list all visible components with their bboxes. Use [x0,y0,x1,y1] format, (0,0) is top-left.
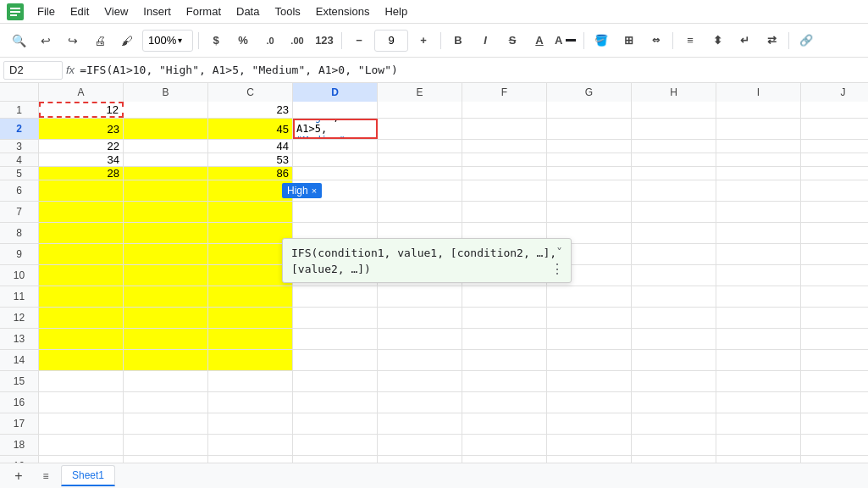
cell-j8[interactable] [801,223,868,243]
cell-i10[interactable] [716,265,801,286]
cell-d1[interactable] [293,102,378,118]
cell-b5[interactable] [124,167,208,180]
cell-name-tag-close[interactable]: × [312,186,317,196]
cell-g14[interactable] [547,350,632,370]
cell-b13[interactable] [124,329,208,349]
col-header-f[interactable]: F [462,83,547,102]
cell-j10[interactable] [801,265,868,286]
cell-d7[interactable] [293,202,378,222]
col-header-a[interactable]: A [39,83,124,102]
cell-i5[interactable] [716,167,801,180]
cell-c12[interactable] [208,308,293,328]
percent-btn[interactable]: % [231,29,255,53]
cell-c3[interactable]: 44 [208,140,293,152]
cell-j7[interactable] [801,202,868,222]
cell-j4[interactable] [801,153,868,166]
cell-j16[interactable] [801,392,868,413]
cell-d18[interactable] [293,435,378,455]
fill-color-btn[interactable]: 🪣 [589,29,613,53]
minus-font-btn[interactable]: − [347,29,371,53]
cell-j1[interactable] [801,102,868,118]
decimal-inc-btn[interactable]: .00 [285,29,309,53]
cell-h14[interactable] [632,350,716,370]
cell-h3[interactable] [632,140,716,152]
cell-f15[interactable] [462,371,547,391]
cell-g11[interactable] [547,286,632,307]
cell-i6[interactable] [716,180,801,201]
cell-c2[interactable]: 45 [208,119,293,139]
cell-g17[interactable] [547,413,632,434]
redo-btn[interactable]: ↪ [61,29,85,53]
cell-b10[interactable] [124,265,208,286]
cell-b1[interactable] [124,102,208,118]
cell-b17[interactable] [124,413,208,434]
borders-btn[interactable]: ⊞ [616,29,640,53]
cell-i4[interactable] [716,153,801,166]
cell-a18[interactable] [39,435,124,455]
cell-h7[interactable] [632,202,716,222]
cell-j12[interactable] [801,308,868,328]
cell-g7[interactable] [547,202,632,222]
cell-e12[interactable] [378,308,462,328]
col-header-h[interactable]: H [632,83,716,102]
cell-f11[interactable] [462,286,547,307]
cell-e17[interactable] [378,413,462,434]
cell-f3[interactable] [462,140,547,152]
cell-h1[interactable] [632,102,716,118]
cell-a12[interactable] [39,308,124,328]
cell-e13[interactable] [378,329,462,349]
col-header-e[interactable]: E [378,83,462,102]
cell-h2[interactable] [632,119,716,139]
menu-help[interactable]: Help [378,3,414,20]
cell-i14[interactable] [716,350,801,370]
cell-h12[interactable] [632,308,716,328]
cell-i16[interactable] [716,392,801,413]
cell-c9[interactable] [208,244,293,264]
cell-a11[interactable] [39,286,124,307]
wrap-btn[interactable]: ↵ [733,29,756,53]
undo-btn[interactable]: ↩ [34,29,58,53]
cell-h9[interactable] [632,244,716,264]
cell-f2[interactable] [462,119,547,139]
zoom-selector[interactable]: 100% ▾ [142,30,193,52]
cell-j5[interactable] [801,167,868,180]
cell-b4[interactable] [124,153,208,166]
underline-btn[interactable]: A [528,29,551,53]
cell-a14[interactable] [39,350,124,370]
cell-b6[interactable] [124,180,208,201]
paint-format-btn[interactable]: 🖌 [115,29,139,53]
text-color-btn[interactable]: A [555,29,578,53]
col-header-c[interactable]: C [208,83,293,102]
cell-i8[interactable] [716,223,801,243]
col-header-j[interactable]: J [801,83,868,102]
cell-c15[interactable] [208,371,293,391]
cell-d14[interactable] [293,350,378,370]
cell-f14[interactable] [462,350,547,370]
menu-tools[interactable]: Tools [268,3,307,20]
cell-a4[interactable]: 34 [39,153,124,166]
cell-c4[interactable]: 53 [208,153,293,166]
menu-insert[interactable]: Insert [136,3,178,20]
cell-j14[interactable] [801,350,868,370]
cell-i12[interactable] [716,308,801,328]
cell-e11[interactable] [378,286,462,307]
col-header-b[interactable]: B [124,83,208,102]
cell-j2[interactable] [801,119,868,139]
cell-e14[interactable] [378,350,462,370]
cell-e18[interactable] [378,435,462,455]
cell-i17[interactable] [716,413,801,434]
cell-i7[interactable] [716,202,801,222]
cell-j18[interactable] [801,435,868,455]
cell-i1[interactable] [716,102,801,118]
font-size-box[interactable]: 9 [374,30,408,52]
cell-c11[interactable] [208,286,293,307]
cell-b3[interactable] [124,140,208,152]
cell-e6[interactable] [378,180,462,201]
cell-d15[interactable] [293,371,378,391]
cell-e5[interactable] [378,167,462,180]
sheets-list-btn[interactable]: ≡ [34,464,58,488]
cell-b7[interactable] [124,202,208,222]
cell-d5[interactable] [293,167,378,180]
menu-view[interactable]: View [97,3,135,20]
cell-f16[interactable] [462,392,547,413]
